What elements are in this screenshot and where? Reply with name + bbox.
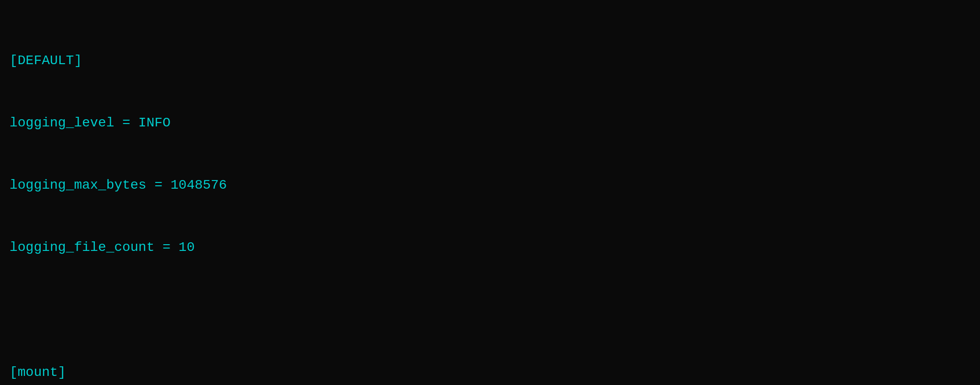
empty-line-1: [10, 299, 970, 320]
logging-file-count-line: logging_file_count = 10: [10, 237, 970, 258]
logging-level-line: logging_level = INFO: [10, 113, 970, 133]
code-editor: [DEFAULT] logging_level = INFO logging_m…: [10, 9, 970, 385]
mount-section-header: [mount]: [10, 362, 970, 383]
default-section-header: [DEFAULT]: [10, 50, 970, 71]
logging-max-bytes-line: logging_max_bytes = 1048576: [10, 175, 970, 195]
